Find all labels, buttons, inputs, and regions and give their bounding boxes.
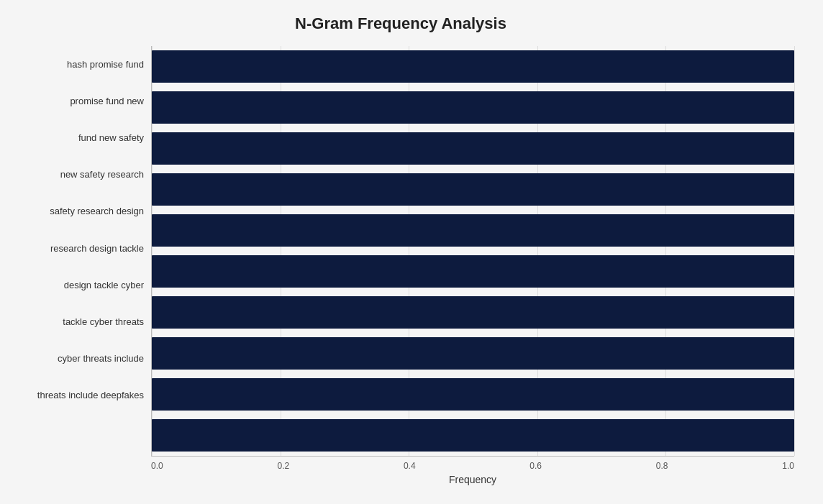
y-axis-label: safety research design bbox=[50, 193, 144, 229]
x-tick: 0.0 bbox=[151, 461, 163, 471]
x-tick: 0.4 bbox=[404, 461, 416, 471]
y-axis: hash promise fundpromise fund newfund ne… bbox=[7, 46, 151, 435]
bar bbox=[152, 337, 794, 370]
bar bbox=[152, 91, 794, 124]
x-tick: 1.0 bbox=[782, 461, 794, 471]
y-axis-label: fund new safety bbox=[78, 119, 144, 156]
y-axis-label: threats include deepfakes bbox=[37, 377, 144, 413]
bar bbox=[152, 296, 794, 329]
bars-and-xaxis: 0.00.20.40.60.81.0 Frequency bbox=[151, 46, 794, 435]
bar-row bbox=[152, 46, 794, 87]
x-tick: 0.2 bbox=[277, 461, 289, 471]
bar bbox=[152, 173, 794, 206]
y-axis-label: research design tackle bbox=[50, 229, 144, 266]
bar-row bbox=[152, 292, 794, 333]
bar-row bbox=[152, 415, 794, 456]
bar-row bbox=[152, 169, 794, 210]
bar-row bbox=[152, 374, 794, 415]
y-axis-label: cyber threats include bbox=[58, 340, 144, 377]
x-tick: 0.8 bbox=[656, 461, 668, 471]
y-axis-label: design tackle cyber bbox=[64, 267, 144, 303]
bar bbox=[152, 132, 794, 165]
bar-row bbox=[152, 128, 794, 169]
bar bbox=[152, 50, 794, 83]
y-axis-label: promise fund new bbox=[70, 83, 144, 119]
x-tick: 0.6 bbox=[529, 461, 542, 471]
bar bbox=[152, 419, 794, 452]
x-axis: 0.00.20.40.60.81.0 bbox=[151, 456, 794, 471]
chart-area: hash promise fundpromise fund newfund ne… bbox=[7, 46, 794, 435]
y-axis-label: hash promise fund bbox=[67, 46, 144, 83]
bar-row bbox=[152, 333, 794, 374]
bar bbox=[152, 255, 794, 288]
bars-area bbox=[151, 46, 794, 456]
grid-line bbox=[794, 46, 795, 456]
bar-row bbox=[152, 251, 794, 292]
bar bbox=[152, 378, 794, 411]
bar-row bbox=[152, 210, 794, 251]
bar bbox=[152, 214, 794, 247]
chart-container: N-Gram Frequency Analysis hash promise f… bbox=[0, 0, 823, 504]
chart-title: N-Gram Frequency Analysis bbox=[7, 14, 794, 33]
x-axis-label: Frequency bbox=[151, 474, 794, 485]
y-axis-label: new safety research bbox=[60, 156, 144, 193]
bar-row bbox=[152, 87, 794, 128]
y-axis-label: tackle cyber threats bbox=[63, 303, 144, 340]
